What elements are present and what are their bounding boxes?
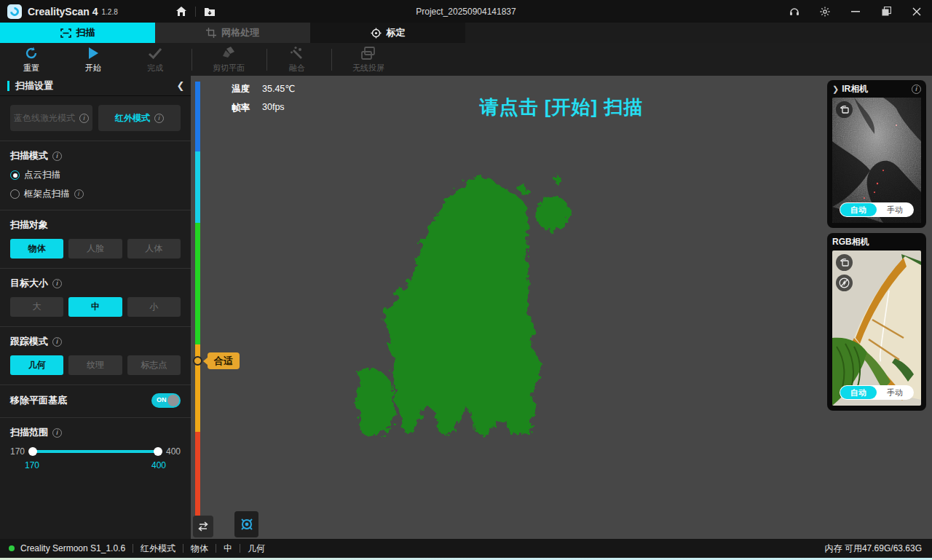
fusion-button[interactable]: 融合 [272, 43, 323, 76]
status-divider [133, 544, 133, 553]
auto-label: 自动 [850, 387, 866, 398]
slider-handle-low[interactable] [28, 447, 37, 456]
remove-plane-label-wrap: 移除平面基底 [10, 394, 67, 407]
ir-exposure-toggle: 自动 手动 [840, 202, 914, 217]
scan-mode-section-label: 扫描模式 i [10, 149, 181, 162]
tabbar: 扫描 网格处理 标定 [0, 23, 932, 43]
finish-button[interactable]: 完成 [130, 43, 181, 76]
infrared-mode-button[interactable]: 红外模式 i [98, 105, 181, 131]
ir-auto-button[interactable]: 自动 [840, 203, 877, 216]
ir-manual-button[interactable]: 手动 [877, 203, 913, 216]
info-icon[interactable]: i [52, 279, 62, 288]
settings-gear-icon[interactable] [810, 0, 840, 23]
scan-object-object-button[interactable]: 物体 [10, 239, 63, 259]
start-button[interactable]: 开始 [68, 43, 119, 76]
cut-plane-button[interactable]: 剪切平面 [198, 43, 259, 76]
recenter-view-button[interactable] [234, 511, 258, 537]
range-high-value: 400 [151, 460, 166, 470]
close-button[interactable] [901, 0, 932, 23]
range-low-value: 170 [25, 460, 39, 470]
sidebar-title: 扫描设置 [15, 79, 170, 92]
target-size-small-button[interactable]: 小 [127, 297, 181, 317]
info-icon[interactable]: i [52, 151, 62, 161]
reset-button[interactable]: 重置 [6, 43, 57, 76]
toggle-on-label: ON [157, 396, 167, 403]
toggle-knob [167, 395, 179, 406]
markers-label: 标志点 [141, 359, 167, 371]
blue-laser-mode-button[interactable]: 蓝色线激光模式 i [10, 105, 92, 131]
target-size-label: 目标大小 [10, 277, 48, 290]
target-size-section-label: 目标大小 i [10, 277, 181, 290]
remove-plane-toggle[interactable]: ON [151, 393, 181, 408]
support-headset-icon[interactable] [779, 0, 810, 23]
reset-icon [24, 46, 39, 60]
radio-unselected-icon [10, 189, 20, 199]
scan-object-body-button[interactable]: 人体 [127, 239, 181, 259]
tab-mesh-processing[interactable]: 网格处理 [155, 23, 310, 43]
temperature-value: 35.45℃ [262, 83, 295, 95]
medium-label: 中 [91, 301, 100, 313]
range-max-label: 400 [166, 446, 181, 457]
distance-marker-dot [193, 356, 202, 366]
info-icon[interactable]: i [154, 114, 164, 123]
swap-arrows-icon [197, 521, 209, 532]
scan-object-face-button[interactable]: 人脸 [68, 239, 122, 259]
target-size-large-button[interactable]: 大 [10, 297, 63, 317]
toolbar-divider [331, 49, 332, 71]
tracking-texture-button[interactable]: 纹理 [68, 355, 122, 375]
distance-marker-label: 合适 [214, 355, 233, 368]
radio-point-cloud-scan[interactable]: 点云扫描 [10, 169, 181, 181]
scan-viewport[interactable]: 合适 温度35.45℃ 帧率30fps 请点击 [开始] 扫描 [191, 76, 932, 539]
tab-calibration[interactable]: 标定 [310, 23, 465, 43]
flash-off-button[interactable] [836, 275, 853, 291]
info-icon[interactable]: i [52, 428, 62, 438]
swap-view-button[interactable] [193, 516, 213, 537]
status-divider [240, 544, 240, 553]
radio-selected-icon [10, 170, 20, 180]
collapse-sidebar-icon[interactable]: ❮ [170, 80, 191, 91]
body-label: 人体 [145, 242, 162, 255]
finish-label: 完成 [147, 63, 163, 74]
rgb-manual-button[interactable]: 手动 [877, 386, 913, 399]
rgb-auto-button[interactable]: 自动 [840, 386, 877, 399]
wireless-cast-label: 无线投屏 [352, 63, 384, 74]
start-scan-hint: 请点击 [开始] 扫描 [191, 95, 932, 120]
ir-camera-panel: ❯ IR相机 i [827, 80, 926, 228]
scan-range-label: 扫描范围 [10, 426, 48, 439]
slider-handle-high[interactable] [154, 447, 162, 456]
status-divider [183, 544, 183, 553]
tracking-markers-button[interactable]: 标志点 [127, 355, 181, 375]
fusion-wand-icon [289, 46, 305, 60]
status-tracking-mode: 几何 [248, 543, 265, 555]
info-icon[interactable]: i [912, 84, 921, 94]
rgb-exposure-toggle: 自动 手动 [840, 385, 914, 400]
slider-track[interactable] [32, 450, 159, 453]
restore-button[interactable] [871, 0, 901, 23]
divider [0, 326, 191, 327]
app-window: CrealityScan 4 1.2.8 Project_20250904141… [0, 0, 932, 560]
home-icon[interactable] [170, 4, 192, 20]
tracking-geometry-button[interactable]: 几何 [10, 355, 63, 375]
tab-scan[interactable]: 扫描 [0, 23, 155, 43]
tracking-mode-label: 跟踪模式 [10, 335, 48, 348]
info-icon[interactable]: i [52, 337, 62, 347]
rotate-rgb-view-button[interactable] [836, 254, 853, 271]
collapse-ir-panel-icon[interactable]: ❯ [832, 84, 839, 94]
eraser-icon [221, 46, 237, 60]
target-size-medium-button[interactable]: 中 [68, 297, 122, 317]
rotate-ir-view-button[interactable] [836, 101, 853, 118]
wireless-cast-button[interactable]: 无线投屏 [335, 43, 402, 76]
import-project-icon[interactable] [199, 4, 221, 20]
info-icon[interactable]: i [74, 189, 84, 199]
minimize-button[interactable] [840, 0, 871, 23]
divider [0, 268, 191, 269]
device-name: Creality Sermoon S1_1.0.6 [20, 543, 125, 553]
status-divider [216, 544, 216, 553]
titlebar-divider [195, 7, 196, 17]
start-icon [86, 46, 100, 60]
ir-camera-preview: 自动 手动 [832, 98, 921, 223]
manual-label: 手动 [887, 387, 903, 398]
info-icon[interactable]: i [79, 114, 89, 123]
distance-gradient-bar [195, 82, 200, 520]
radio-frame-point-scan[interactable]: 框架点扫描 i [10, 188, 181, 200]
